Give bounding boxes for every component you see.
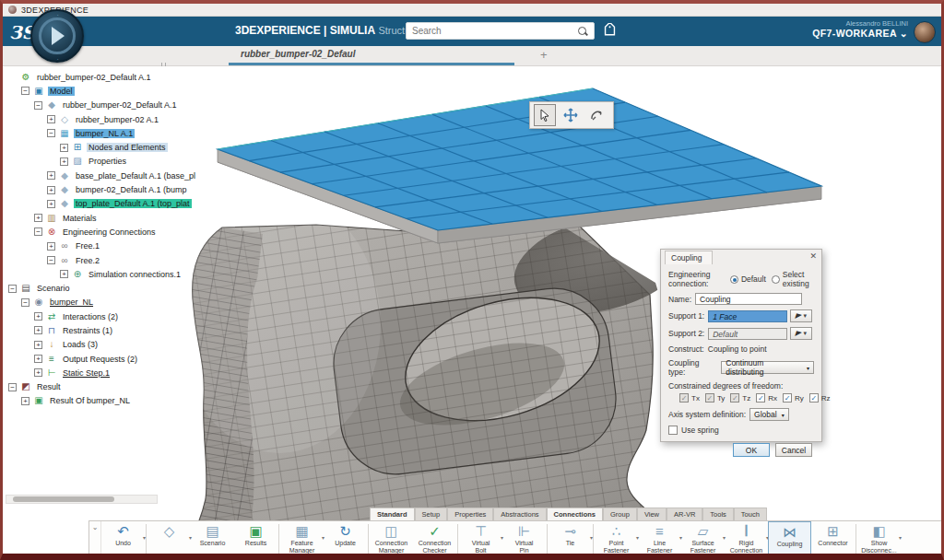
use-spring-label[interactable]: Use spring bbox=[681, 426, 719, 435]
tree-item-label[interactable]: Properties bbox=[87, 157, 128, 166]
support2-picker-button[interactable]: ◤▾ bbox=[790, 327, 812, 340]
dof-checkbox-ry[interactable]: ✓ bbox=[783, 393, 792, 402]
tree-item-label[interactable]: rubber_bumper-02_Default A.1 bbox=[61, 100, 179, 110]
expand-node-icon[interactable]: + bbox=[47, 200, 55, 208]
expand-node-icon[interactable]: + bbox=[34, 341, 42, 349]
tool-virtual-pin[interactable]: ⊩Virtual Pin bbox=[502, 521, 546, 556]
dialog-titlebar[interactable]: Coupling ✕ bbox=[661, 250, 821, 264]
tree-item-label[interactable]: Nodes and Elements bbox=[87, 143, 168, 152]
support1-field[interactable]: 1 Face bbox=[708, 310, 787, 322]
tool-model[interactable]: ◇▾ bbox=[148, 521, 191, 556]
tree-item-label[interactable]: Free.2 bbox=[74, 256, 101, 265]
user-avatar[interactable] bbox=[914, 21, 936, 43]
expand-node-icon[interactable]: + bbox=[47, 171, 55, 180]
radio-default[interactable] bbox=[730, 275, 738, 284]
tool-connection-manager[interactable]: ◫Connection Manager bbox=[370, 521, 413, 556]
collapse-node-icon[interactable]: − bbox=[34, 228, 42, 236]
actionbar-tab-connections[interactable]: Connections bbox=[547, 508, 603, 520]
tree-item-label[interactable]: Static Step.1 bbox=[61, 368, 112, 378]
tree-item-label[interactable]: Engineering Connections bbox=[61, 228, 158, 237]
tool-connector[interactable]: ⊞Connector bbox=[811, 521, 855, 556]
tree-item-label[interactable]: Result Of bumper_NL bbox=[48, 396, 132, 405]
close-icon[interactable]: ✕ bbox=[809, 251, 817, 261]
collapse-node-icon[interactable]: − bbox=[21, 87, 30, 95]
compass-play-icon[interactable] bbox=[52, 27, 65, 45]
tree-item-label[interactable]: Loads (3) bbox=[61, 340, 100, 349]
expand-node-icon[interactable]: + bbox=[60, 144, 68, 152]
tool-coupling[interactable]: ⋈Coupling bbox=[768, 521, 811, 556]
collapse-node-icon[interactable]: − bbox=[34, 101, 42, 110]
search-input[interactable] bbox=[407, 26, 577, 36]
tree-item-label[interactable]: Simulation connections.1 bbox=[87, 270, 183, 279]
rotate-icon[interactable] bbox=[585, 104, 608, 126]
actionbar-tab-setup[interactable]: Setup bbox=[415, 508, 448, 520]
pan-icon[interactable] bbox=[560, 104, 582, 126]
actionbar-tab-abstractions[interactable]: Abstractions bbox=[493, 508, 546, 520]
tree-item-label[interactable]: Free.1 bbox=[74, 241, 101, 251]
cancel-button[interactable]: Cancel bbox=[775, 443, 812, 457]
new-tab-button[interactable]: + bbox=[540, 48, 548, 62]
tree-item-label[interactable]: rubber_bumper-02 A.1 bbox=[74, 115, 160, 124]
actionbar-tab-properties[interactable]: Properties bbox=[447, 508, 493, 520]
expand-node-icon[interactable]: + bbox=[47, 242, 55, 251]
tag-icon[interactable] bbox=[602, 23, 618, 39]
user-menu[interactable]: Alessandro BELLINI QF7-WORKAREA ⌄ bbox=[812, 19, 908, 39]
name-field[interactable]: Coupling bbox=[695, 293, 802, 305]
actionbar-tab-tools[interactable]: Tools bbox=[702, 508, 734, 520]
tool-update[interactable]: ↻Update bbox=[324, 521, 367, 556]
expand-node-icon[interactable]: + bbox=[60, 270, 68, 278]
tree-item-label[interactable]: Materials bbox=[61, 214, 99, 223]
tool-connection-checker[interactable]: ✓Connection Checker bbox=[413, 521, 456, 556]
tree-item-label[interactable]: bumper_NL bbox=[48, 298, 95, 307]
expand-node-icon[interactable]: + bbox=[34, 312, 42, 321]
collapse-node-icon[interactable]: − bbox=[8, 285, 17, 293]
tool-show-disconnec[interactable]: ◧Show Disconnec...▾ bbox=[857, 521, 901, 556]
tree-item-label[interactable]: rubber_bumper-02_Default A.1 bbox=[35, 73, 153, 82]
collapse-node-icon[interactable]: − bbox=[47, 256, 55, 264]
tool-results[interactable]: ▣Results bbox=[234, 521, 277, 556]
workspace-selector[interactable]: QF7-WORKAREA ⌄ bbox=[812, 28, 908, 39]
coupling-type-dropdown[interactable]: Continuum distributing▾ bbox=[721, 361, 814, 374]
expand-node-icon[interactable]: + bbox=[34, 355, 42, 363]
expand-node-icon[interactable]: + bbox=[34, 368, 42, 377]
select-cursor-icon[interactable] bbox=[534, 104, 556, 126]
tree-item-label[interactable]: bumper-02_Default A.1 (bump bbox=[74, 185, 189, 194]
actionbar-tab-standard[interactable]: Standard bbox=[370, 508, 415, 520]
expand-node-icon[interactable]: + bbox=[34, 326, 42, 334]
collapse-node-icon[interactable]: − bbox=[8, 383, 17, 391]
tree-item-label[interactable]: top_plate_Default A.1 (top_plat bbox=[74, 199, 192, 208]
radio-select-existing-label[interactable]: Select existing bbox=[783, 270, 814, 288]
tool-tie[interactable]: ⊸Tie▾ bbox=[549, 521, 592, 556]
expand-node-icon[interactable]: + bbox=[34, 214, 42, 222]
tool-dropdown-caret-icon[interactable]: ▾ bbox=[143, 534, 146, 541]
compass-widget[interactable]: ∙ ∙ bbox=[30, 9, 84, 63]
tool-feature-manager[interactable]: ▦Feature Manager▾ bbox=[280, 521, 324, 556]
search-icon[interactable] bbox=[577, 26, 588, 37]
tree-item-label[interactable]: Scenario bbox=[35, 284, 72, 293]
axis-system-dropdown[interactable]: Global▾ bbox=[749, 408, 789, 421]
document-tab[interactable]: rubber_bumper-02_Defaul bbox=[229, 49, 514, 64]
tree-item-label[interactable]: Output Requests (2) bbox=[61, 355, 139, 364]
expand-node-icon[interactable]: + bbox=[47, 186, 55, 194]
expand-node-icon[interactable]: + bbox=[47, 115, 55, 123]
expand-node-icon[interactable]: + bbox=[21, 397, 30, 405]
collapse-node-icon[interactable]: − bbox=[21, 298, 30, 307]
tool-scenario[interactable]: ▤Scenario bbox=[191, 521, 234, 556]
tool-virtual-bolt[interactable]: ⊤Virtual Bolt▾ bbox=[459, 521, 502, 556]
actionbar-tab-touch[interactable]: Touch bbox=[734, 508, 767, 520]
tool-rigid-connection[interactable]: ⅠRigid Connection▾ bbox=[725, 521, 768, 556]
tree-horizontal-scrollbar[interactable] bbox=[6, 495, 158, 504]
search-box[interactable] bbox=[406, 22, 595, 40]
use-spring-checkbox[interactable] bbox=[668, 426, 678, 435]
tree-item-label[interactable]: Model bbox=[48, 87, 75, 96]
actionbar-tab-group[interactable]: Group bbox=[603, 508, 637, 520]
tool-line-fastener[interactable]: ≡Line Fastener▾ bbox=[638, 521, 681, 556]
radio-default-label[interactable]: Default bbox=[741, 274, 766, 284]
tool-surface-fastener[interactable]: ▱Surface Fastener▾ bbox=[681, 521, 725, 556]
radio-select-existing[interactable] bbox=[772, 275, 780, 284]
support1-picker-button[interactable]: ◤▾ bbox=[790, 309, 812, 322]
collapse-node-icon[interactable]: − bbox=[47, 129, 55, 137]
tool-dropdown-caret-icon[interactable]: ▾ bbox=[590, 534, 593, 541]
tree-scrollbar-thumb[interactable] bbox=[13, 496, 114, 502]
tree-item-label[interactable]: Interactions (2) bbox=[61, 312, 120, 321]
